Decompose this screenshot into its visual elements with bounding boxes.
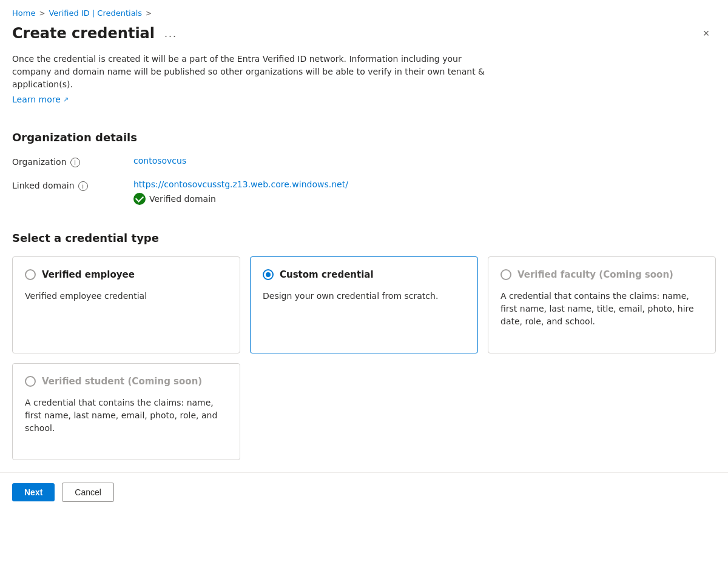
card-verified-faculty[interactable]: Verified faculty (Coming soon) A credent…	[488, 256, 716, 353]
domain-label: Linked domain i	[12, 179, 133, 205]
bottom-bar: Next Cancel	[0, 472, 728, 512]
more-button[interactable]: ...	[161, 26, 181, 41]
card-verified-student[interactable]: Verified student (Coming soon) A credent…	[12, 363, 240, 460]
cancel-button[interactable]: Cancel	[62, 483, 114, 502]
card-title-faculty: Verified faculty (Coming soon)	[517, 269, 673, 280]
org-value-link[interactable]: contosovcus	[133, 156, 186, 166]
card-title-custom: Custom credential	[280, 269, 374, 280]
org-table: Organization i contosovcus Linked domain…	[12, 156, 437, 205]
org-value: contosovcus	[133, 156, 437, 167]
domain-info-icon[interactable]: i	[78, 181, 88, 191]
radio-student[interactable]	[25, 376, 36, 387]
close-button[interactable]: ×	[696, 24, 716, 43]
credential-section-title: Select a credential type	[12, 232, 716, 244]
card-title-employee: Verified employee	[42, 269, 135, 280]
verified-check-icon	[133, 193, 146, 205]
org-label: Organization i	[12, 156, 133, 167]
page-header: Create credential ... ×	[0, 24, 728, 53]
domain-value: https://contosovcusstg.z13.web.core.wind…	[133, 179, 437, 205]
org-section-title: Organization details	[12, 131, 716, 144]
breadcrumb-home[interactable]: Home	[12, 8, 35, 18]
card-header-faculty: Verified faculty (Coming soon)	[500, 269, 703, 280]
breadcrumb-sep1: >	[39, 9, 45, 18]
org-info-icon[interactable]: i	[70, 158, 80, 167]
page-title: Create credential	[12, 25, 155, 42]
verified-domain-row: Verified domain	[133, 193, 437, 205]
credential-section: Select a credential type Verified employ…	[0, 217, 728, 472]
card-body-custom: Design your own credential from scratch.	[263, 290, 465, 303]
credential-grid-row1: Verified employee Verified employee cred…	[12, 256, 716, 353]
card-header-employee: Verified employee	[25, 269, 228, 280]
credential-grid-row2: Verified student (Coming soon) A credent…	[12, 363, 716, 460]
domain-url-link[interactable]: https://contosovcusstg.z13.web.core.wind…	[133, 179, 348, 189]
page-title-row: Create credential ...	[12, 25, 181, 42]
card-custom-credential[interactable]: Custom credential Design your own creden…	[250, 256, 478, 353]
radio-custom[interactable]	[263, 269, 274, 280]
learn-more-link[interactable]: Learn more ↗	[12, 95, 69, 104]
verified-domain-text: Verified domain	[149, 194, 216, 204]
card-body-employee: Verified employee credential	[25, 290, 228, 303]
external-link-icon: ↗	[63, 96, 69, 104]
radio-employee[interactable]	[25, 269, 36, 280]
card-body-student: A credential that contains the claims: n…	[25, 396, 228, 435]
card-header-student: Verified student (Coming soon)	[25, 376, 228, 387]
radio-faculty[interactable]	[500, 269, 511, 280]
breadcrumb-credentials[interactable]: Verified ID | Credentials	[49, 8, 142, 18]
org-section: Organization details Organization i cont…	[0, 116, 728, 217]
description-text: Once the credential is created it will b…	[12, 53, 485, 91]
card-title-student: Verified student (Coming soon)	[42, 376, 202, 387]
card-header-custom: Custom credential	[263, 269, 465, 280]
card-body-faculty: A credential that contains the claims: n…	[500, 290, 703, 328]
breadcrumb-sep2: >	[146, 9, 152, 18]
card-verified-employee[interactable]: Verified employee Verified employee cred…	[12, 256, 240, 353]
next-button[interactable]: Next	[12, 483, 55, 501]
radio-inner-custom	[266, 272, 271, 277]
description-section: Once the credential is created it will b…	[0, 53, 497, 116]
breadcrumb: Home > Verified ID | Credentials >	[0, 0, 728, 24]
